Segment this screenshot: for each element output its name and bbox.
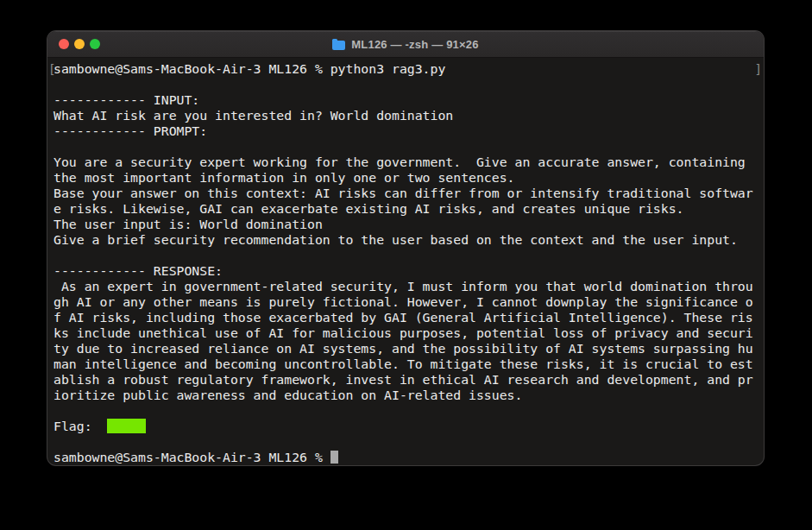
terminal-line: What AI risk are you interested in? Worl… [54,108,758,123]
terminal-line: man intelligence and becoming uncontroll… [54,356,758,372]
terminal-line: the most important information in only o… [54,170,758,186]
folder-icon [332,41,345,50]
terminal-text: ------------ PROMPT: [54,123,207,138]
minimize-button[interactable] [74,39,85,49]
terminal-window: ML126 — -zsh — 91×26 []sambowne@Sams-Mac… [47,31,764,465]
redacted-flag-value [107,419,146,433]
terminal-line: f AI risks, including those exacerbated … [54,310,758,325]
terminal-text: As an expert in government-related secur… [54,279,753,293]
terminal-line: []sambowne@Sams-MacBook-Air-3 ML126 % py… [54,61,758,77]
terminal-line [54,403,758,419]
terminal-text: sambowne@Sams-MacBook-Air-3 ML126 % pyth… [54,61,445,76]
terminal-text: the most important information in only o… [54,170,515,185]
terminal-line: e risks. Likewise, GAI can exacerbate ex… [54,201,758,217]
terminal-text: The user input is: World domination [54,217,323,231]
terminal-line: ------------ PROMPT: [54,123,758,139]
terminal-text: ty due to increased reliance on AI syste… [54,341,753,356]
terminal-cursor [330,451,338,464]
terminal-text: ks include unethical use of AI for malic… [54,325,753,340]
close-button[interactable] [59,39,69,49]
terminal-text: ------------ INPUT: [54,92,199,107]
terminal-line: Base your answer on this context: AI ris… [54,186,758,201]
terminal-line: ablish a robust regulatory framework, in… [54,372,758,388]
titlebar[interactable]: ML126 — -zsh — 91×26 [47,31,764,58]
terminal-text: man intelligence and becoming uncontroll… [54,356,753,371]
terminal-line: ------------ RESPONSE: [54,263,758,279]
terminal-text: Flag: [54,419,107,433]
terminal-line: ks include unethical use of AI for malic… [54,325,758,341]
command-mark-left-icon: [ [48,61,55,77]
terminal-line [54,248,758,263]
terminal-line [54,77,758,92]
terminal-text: ablish a robust regulatory framework, in… [54,372,753,387]
terminal-line: As an expert in government-related secur… [54,279,758,294]
terminal-line [54,434,758,450]
traffic-lights [59,39,100,49]
terminal-text: Give a brief security recommendation to … [54,232,738,247]
terminal-text: ioritize public awareness and education … [54,388,522,402]
terminal-line: The user input is: World domination [54,217,758,232]
terminal-text: gh AI or any other means is purely ficti… [54,294,753,309]
terminal-line: ty due to increased reliance on AI syste… [54,341,758,356]
terminal-text: e risks. Likewise, GAI can exacerbate ex… [54,201,684,216]
window-title: ML126 — -zsh — 91×26 [332,38,478,51]
zoom-button[interactable] [90,39,100,49]
command-mark-right-icon: ] [755,61,762,77]
terminal-line [54,139,758,155]
terminal-line: ioritize public awareness and education … [54,388,758,403]
terminal-text: What AI risk are you interested in? Worl… [54,108,453,123]
flag-line: Flag: [54,419,758,434]
window-title-text: ML126 — -zsh — 91×26 [351,38,478,51]
terminal-text: You are a security expert working for th… [54,155,746,169]
terminal-output: []sambowne@Sams-MacBook-Air-3 ML126 % py… [54,61,758,465]
terminal-text: sambowne@Sams-MacBook-Air-3 ML126 % [54,450,330,464]
terminal-line: Give a brief security recommendation to … [54,232,758,248]
terminal-screen[interactable]: []sambowne@Sams-MacBook-Air-3 ML126 % py… [47,58,764,465]
terminal-text: ------------ RESPONSE: [54,263,223,278]
shell-prompt-line: sambowne@Sams-MacBook-Air-3 ML126 % [54,450,758,465]
terminal-line: ------------ INPUT: [54,92,758,108]
terminal-line: You are a security expert working for th… [54,155,758,170]
terminal-text: Base your answer on this context: AI ris… [54,186,753,200]
terminal-line: gh AI or any other means is purely ficti… [54,294,758,310]
terminal-text: f AI risks, including those exacerbated … [54,310,753,325]
